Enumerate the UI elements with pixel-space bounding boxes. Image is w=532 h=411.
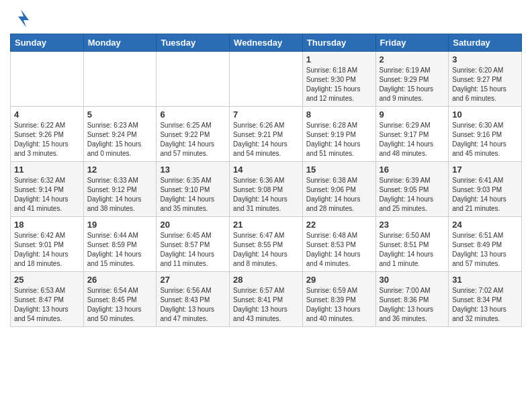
day-cell: 3Sunrise: 6:20 AM Sunset: 9:27 PM Daylig… — [449, 52, 522, 107]
day-number: 28 — [233, 275, 299, 285]
day-number: 4 — [14, 109, 80, 120]
day-info: Sunrise: 6:47 AM Sunset: 8:55 PM Dayligh… — [233, 231, 299, 269]
day-number: 14 — [233, 165, 299, 175]
day-cell: 23Sunrise: 6:50 AM Sunset: 8:51 PM Dayli… — [375, 217, 449, 272]
day-cell: 7Sunrise: 6:26 AM Sunset: 9:21 PM Daylig… — [230, 107, 303, 162]
day-number: 18 — [14, 220, 80, 230]
day-info: Sunrise: 6:23 AM Sunset: 9:24 PM Dayligh… — [87, 121, 153, 158]
week-row-2: 4Sunrise: 6:22 AM Sunset: 9:26 PM Daylig… — [11, 107, 522, 162]
day-number: 31 — [452, 275, 518, 285]
week-row-3: 11Sunrise: 6:32 AM Sunset: 9:14 PM Dayli… — [11, 162, 522, 217]
day-info: Sunrise: 6:22 AM Sunset: 9:26 PM Dayligh… — [14, 121, 80, 158]
day-number: 23 — [380, 220, 445, 230]
day-cell: 27Sunrise: 6:56 AM Sunset: 8:43 PM Dayli… — [157, 272, 230, 327]
day-number: 24 — [452, 220, 518, 230]
day-number: 11 — [14, 165, 80, 175]
day-cell: 12Sunrise: 6:33 AM Sunset: 9:12 PM Dayli… — [83, 162, 157, 217]
day-info: Sunrise: 6:54 AM Sunset: 8:45 PM Dayligh… — [87, 286, 153, 324]
logo-icon — [10, 7, 32, 28]
day-cell: 18Sunrise: 6:42 AM Sunset: 9:01 PM Dayli… — [11, 217, 84, 272]
day-info: Sunrise: 6:18 AM Sunset: 9:30 PM Dayligh… — [306, 66, 372, 103]
day-cell: 22Sunrise: 6:48 AM Sunset: 8:53 PM Dayli… — [302, 217, 375, 272]
week-row-5: 25Sunrise: 6:53 AM Sunset: 8:47 PM Dayli… — [11, 272, 522, 327]
day-cell: 17Sunrise: 6:41 AM Sunset: 9:03 PM Dayli… — [449, 162, 522, 217]
page: SundayMondayTuesdayWednesdayThursdayFrid… — [0, 0, 532, 411]
svg-marker-0 — [18, 9, 29, 27]
day-number: 25 — [14, 275, 80, 285]
day-number: 1 — [306, 54, 372, 64]
day-info: Sunrise: 6:32 AM Sunset: 9:14 PM Dayligh… — [14, 176, 80, 214]
day-cell: 30Sunrise: 7:00 AM Sunset: 8:36 PM Dayli… — [375, 272, 449, 327]
day-info: Sunrise: 6:36 AM Sunset: 9:08 PM Dayligh… — [233, 176, 299, 214]
day-number: 27 — [160, 275, 226, 285]
day-cell: 5Sunrise: 6:23 AM Sunset: 9:24 PM Daylig… — [83, 107, 157, 162]
day-cell: 16Sunrise: 6:39 AM Sunset: 9:05 PM Dayli… — [375, 162, 449, 217]
day-cell: 19Sunrise: 6:44 AM Sunset: 8:59 PM Dayli… — [83, 217, 157, 272]
day-info: Sunrise: 6:29 AM Sunset: 9:17 PM Dayligh… — [380, 121, 445, 158]
day-info: Sunrise: 6:25 AM Sunset: 9:22 PM Dayligh… — [160, 121, 226, 158]
day-cell: 4Sunrise: 6:22 AM Sunset: 9:26 PM Daylig… — [11, 107, 84, 162]
day-cell — [230, 52, 303, 107]
day-info: Sunrise: 6:41 AM Sunset: 9:03 PM Dayligh… — [452, 176, 518, 214]
day-info: Sunrise: 6:38 AM Sunset: 9:06 PM Dayligh… — [306, 176, 372, 214]
day-cell: 11Sunrise: 6:32 AM Sunset: 9:14 PM Dayli… — [11, 162, 84, 217]
day-cell: 10Sunrise: 6:30 AM Sunset: 9:16 PM Dayli… — [449, 107, 522, 162]
day-cell: 8Sunrise: 6:28 AM Sunset: 9:19 PM Daylig… — [302, 107, 375, 162]
day-number: 8 — [306, 109, 372, 120]
day-number: 3 — [452, 54, 518, 64]
day-info: Sunrise: 6:53 AM Sunset: 8:47 PM Dayligh… — [14, 286, 80, 324]
week-row-1: 1Sunrise: 6:18 AM Sunset: 9:30 PM Daylig… — [11, 52, 522, 107]
day-number: 9 — [380, 109, 445, 120]
day-cell: 26Sunrise: 6:54 AM Sunset: 8:45 PM Dayli… — [83, 272, 157, 327]
day-number: 29 — [306, 275, 372, 285]
day-number: 30 — [380, 275, 445, 285]
day-info: Sunrise: 6:39 AM Sunset: 9:05 PM Dayligh… — [380, 176, 445, 214]
day-info: Sunrise: 6:28 AM Sunset: 9:19 PM Dayligh… — [306, 121, 372, 158]
day-cell: 14Sunrise: 6:36 AM Sunset: 9:08 PM Dayli… — [230, 162, 303, 217]
day-info: Sunrise: 6:51 AM Sunset: 8:49 PM Dayligh… — [452, 231, 518, 269]
day-info: Sunrise: 6:33 AM Sunset: 9:12 PM Dayligh… — [87, 176, 153, 214]
day-number: 5 — [87, 109, 153, 120]
day-number: 2 — [380, 54, 445, 64]
day-number: 17 — [452, 165, 518, 175]
calendar-table: SundayMondayTuesdayWednesdayThursdayFrid… — [10, 34, 522, 327]
day-info: Sunrise: 6:20 AM Sunset: 9:27 PM Dayligh… — [452, 66, 518, 103]
day-cell: 21Sunrise: 6:47 AM Sunset: 8:55 PM Dayli… — [230, 217, 303, 272]
day-info: Sunrise: 6:26 AM Sunset: 9:21 PM Dayligh… — [233, 121, 299, 158]
day-cell: 31Sunrise: 7:02 AM Sunset: 8:34 PM Dayli… — [449, 272, 522, 327]
day-info: Sunrise: 7:02 AM Sunset: 8:34 PM Dayligh… — [452, 286, 518, 324]
day-cell: 25Sunrise: 6:53 AM Sunset: 8:47 PM Dayli… — [11, 272, 84, 327]
day-info: Sunrise: 6:50 AM Sunset: 8:51 PM Dayligh… — [380, 231, 445, 269]
day-header-thursday: Thursday — [302, 34, 375, 52]
day-header-monday: Monday — [83, 34, 157, 52]
day-cell: 15Sunrise: 6:38 AM Sunset: 9:06 PM Dayli… — [302, 162, 375, 217]
day-header-saturday: Saturday — [449, 34, 522, 52]
day-cell: 13Sunrise: 6:35 AM Sunset: 9:10 PM Dayli… — [157, 162, 230, 217]
day-cell: 9Sunrise: 6:29 AM Sunset: 9:17 PM Daylig… — [375, 107, 449, 162]
day-cell — [11, 52, 84, 107]
day-number: 7 — [233, 109, 299, 120]
day-number: 21 — [233, 220, 299, 230]
day-cell: 28Sunrise: 6:57 AM Sunset: 8:41 PM Dayli… — [230, 272, 303, 327]
day-number: 22 — [306, 220, 372, 230]
day-header-wednesday: Wednesday — [230, 34, 303, 52]
logo — [10, 7, 34, 28]
day-number: 13 — [160, 165, 226, 175]
header-row: SundayMondayTuesdayWednesdayThursdayFrid… — [11, 34, 522, 52]
day-cell: 2Sunrise: 6:19 AM Sunset: 9:29 PM Daylig… — [375, 52, 449, 107]
day-cell — [83, 52, 157, 107]
day-number: 6 — [160, 109, 226, 120]
day-info: Sunrise: 6:48 AM Sunset: 8:53 PM Dayligh… — [306, 231, 372, 269]
week-row-4: 18Sunrise: 6:42 AM Sunset: 9:01 PM Dayli… — [11, 217, 522, 272]
day-info: Sunrise: 6:45 AM Sunset: 8:57 PM Dayligh… — [160, 231, 226, 269]
day-info: Sunrise: 6:19 AM Sunset: 9:29 PM Dayligh… — [380, 66, 445, 103]
day-cell: 24Sunrise: 6:51 AM Sunset: 8:49 PM Dayli… — [449, 217, 522, 272]
day-number: 19 — [87, 220, 153, 230]
day-number: 26 — [87, 275, 153, 285]
day-number: 20 — [160, 220, 226, 230]
day-info: Sunrise: 6:44 AM Sunset: 8:59 PM Dayligh… — [87, 231, 153, 269]
day-cell: 1Sunrise: 6:18 AM Sunset: 9:30 PM Daylig… — [302, 52, 375, 107]
day-number: 12 — [87, 165, 153, 175]
day-info: Sunrise: 6:57 AM Sunset: 8:41 PM Dayligh… — [233, 286, 299, 324]
day-cell: 20Sunrise: 6:45 AM Sunset: 8:57 PM Dayli… — [157, 217, 230, 272]
